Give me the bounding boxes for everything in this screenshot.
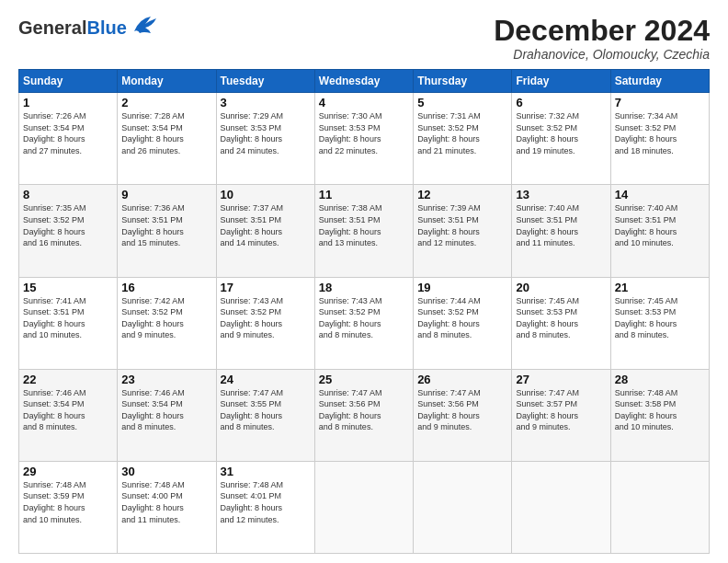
day-info: Sunrise: 7:31 AMSunset: 3:52 PMDaylight:… [417,110,507,156]
day-number: 26 [417,373,507,386]
calendar-week-row: 22Sunrise: 7:46 AMSunset: 3:54 PMDayligh… [19,369,710,461]
day-info: Sunrise: 7:45 AMSunset: 3:53 PMDaylight:… [516,295,606,341]
calendar-week-row: 15Sunrise: 7:41 AMSunset: 3:51 PMDayligh… [19,277,710,369]
calendar-day-cell: 29Sunrise: 7:48 AMSunset: 3:59 PMDayligh… [19,461,118,553]
logo-blue: Blue [86,17,126,38]
day-info: Sunrise: 7:48 AMSunset: 4:00 PMDaylight:… [121,479,211,525]
day-info: Sunrise: 7:37 AMSunset: 3:51 PMDaylight:… [221,202,311,248]
day-of-week-header: Thursday [414,70,512,93]
calendar-day-cell: 3Sunrise: 7:29 AMSunset: 3:53 PMDaylight… [216,93,314,185]
day-number: 31 [221,465,311,478]
day-number: 22 [23,373,113,386]
day-info: Sunrise: 7:46 AMSunset: 3:54 PMDaylight:… [23,387,113,433]
day-number: 28 [615,373,705,386]
calendar-day-cell: 30Sunrise: 7:48 AMSunset: 4:00 PMDayligh… [118,461,216,553]
day-number: 21 [615,281,705,294]
calendar-day-cell: 7Sunrise: 7:34 AMSunset: 3:52 PMDaylight… [610,93,709,185]
day-info: Sunrise: 7:47 AMSunset: 3:55 PMDaylight:… [221,387,311,433]
day-info: Sunrise: 7:28 AMSunset: 3:54 PMDaylight:… [121,110,211,156]
day-info: Sunrise: 7:35 AMSunset: 3:52 PMDaylight:… [23,202,113,248]
day-number: 14 [615,188,705,201]
day-info: Sunrise: 7:36 AMSunset: 3:51 PMDaylight:… [121,202,211,248]
calendar-day-cell: 28Sunrise: 7:48 AMSunset: 3:58 PMDayligh… [610,369,709,461]
day-info: Sunrise: 7:45 AMSunset: 3:53 PMDaylight:… [615,295,705,341]
calendar-day-cell [512,461,610,553]
calendar-day-cell: 11Sunrise: 7:38 AMSunset: 3:51 PMDayligh… [314,185,413,277]
day-number: 1 [23,96,113,109]
day-number: 24 [221,373,311,386]
month-title: December 2024 [494,15,710,47]
day-number: 13 [516,188,606,201]
day-info: Sunrise: 7:29 AMSunset: 3:53 PMDaylight:… [221,110,311,156]
day-of-week-header: Friday [512,70,610,93]
calendar-day-cell: 15Sunrise: 7:41 AMSunset: 3:51 PMDayligh… [19,277,118,369]
day-number: 25 [319,373,409,386]
day-of-week-header: Wednesday [314,70,413,93]
day-number: 9 [121,188,211,201]
page: GeneralBlue December 2024 Drahanovice, O… [0,0,728,563]
day-info: Sunrise: 7:42 AMSunset: 3:52 PMDaylight:… [121,295,211,341]
calendar-day-cell: 5Sunrise: 7:31 AMSunset: 3:52 PMDaylight… [414,93,512,185]
calendar-table: SundayMondayTuesdayWednesdayThursdayFrid… [18,69,710,554]
day-number: 30 [121,465,211,478]
calendar-day-cell: 20Sunrise: 7:45 AMSunset: 3:53 PMDayligh… [512,277,610,369]
calendar-day-cell: 26Sunrise: 7:47 AMSunset: 3:56 PMDayligh… [414,369,512,461]
calendar-day-cell: 23Sunrise: 7:46 AMSunset: 3:54 PMDayligh… [118,369,216,461]
day-of-week-header: Sunday [19,70,118,93]
calendar-day-cell: 24Sunrise: 7:47 AMSunset: 3:55 PMDayligh… [216,369,314,461]
day-info: Sunrise: 7:30 AMSunset: 3:53 PMDaylight:… [319,110,409,156]
day-info: Sunrise: 7:47 AMSunset: 3:57 PMDaylight:… [516,387,606,433]
day-number: 16 [121,281,211,294]
calendar-week-row: 8Sunrise: 7:35 AMSunset: 3:52 PMDaylight… [19,185,710,277]
logo: GeneralBlue [18,15,158,40]
day-number: 8 [23,188,113,201]
calendar-day-cell: 16Sunrise: 7:42 AMSunset: 3:52 PMDayligh… [118,277,216,369]
calendar-day-cell: 2Sunrise: 7:28 AMSunset: 3:54 PMDaylight… [118,93,216,185]
day-number: 23 [121,373,211,386]
calendar-day-cell: 6Sunrise: 7:32 AMSunset: 3:52 PMDaylight… [512,93,610,185]
calendar-day-cell [610,461,709,553]
day-of-week-header: Monday [118,70,216,93]
calendar-day-cell: 21Sunrise: 7:45 AMSunset: 3:53 PMDayligh… [610,277,709,369]
day-info: Sunrise: 7:47 AMSunset: 3:56 PMDaylight:… [319,387,409,433]
day-number: 27 [516,373,606,386]
day-number: 20 [516,281,606,294]
calendar-day-cell [414,461,512,553]
day-info: Sunrise: 7:32 AMSunset: 3:52 PMDaylight:… [516,110,606,156]
day-info: Sunrise: 7:40 AMSunset: 3:51 PMDaylight:… [615,202,705,248]
logo-text: GeneralBlue [18,18,127,37]
header: GeneralBlue December 2024 Drahanovice, O… [18,15,710,62]
calendar-day-cell: 9Sunrise: 7:36 AMSunset: 3:51 PMDaylight… [118,185,216,277]
day-info: Sunrise: 7:48 AMSunset: 4:01 PMDaylight:… [221,479,311,525]
logo-general: General [18,17,86,38]
day-number: 18 [319,281,409,294]
calendar-day-cell: 10Sunrise: 7:37 AMSunset: 3:51 PMDayligh… [216,185,314,277]
day-info: Sunrise: 7:48 AMSunset: 3:59 PMDaylight:… [23,479,113,525]
day-number: 7 [615,96,705,109]
day-info: Sunrise: 7:44 AMSunset: 3:52 PMDaylight:… [417,295,507,341]
day-info: Sunrise: 7:41 AMSunset: 3:51 PMDaylight:… [23,295,113,341]
day-number: 11 [319,188,409,201]
calendar-day-cell: 1Sunrise: 7:26 AMSunset: 3:54 PMDaylight… [19,93,118,185]
day-info: Sunrise: 7:48 AMSunset: 3:58 PMDaylight:… [615,387,705,433]
day-info: Sunrise: 7:34 AMSunset: 3:52 PMDaylight:… [615,110,705,156]
day-of-week-header: Tuesday [216,70,314,93]
day-number: 5 [417,96,507,109]
day-info: Sunrise: 7:43 AMSunset: 3:52 PMDaylight:… [319,295,409,341]
calendar-week-row: 29Sunrise: 7:48 AMSunset: 3:59 PMDayligh… [19,461,710,553]
day-info: Sunrise: 7:26 AMSunset: 3:54 PMDaylight:… [23,110,113,156]
day-number: 29 [23,465,113,478]
calendar-day-cell: 27Sunrise: 7:47 AMSunset: 3:57 PMDayligh… [512,369,610,461]
day-info: Sunrise: 7:47 AMSunset: 3:56 PMDaylight:… [417,387,507,433]
day-info: Sunrise: 7:46 AMSunset: 3:54 PMDaylight:… [121,387,211,433]
day-info: Sunrise: 7:40 AMSunset: 3:51 PMDaylight:… [516,202,606,248]
calendar-day-cell: 17Sunrise: 7:43 AMSunset: 3:52 PMDayligh… [216,277,314,369]
day-number: 3 [221,96,311,109]
calendar-day-cell: 4Sunrise: 7:30 AMSunset: 3:53 PMDaylight… [314,93,413,185]
day-number: 2 [121,96,211,109]
day-info: Sunrise: 7:43 AMSunset: 3:52 PMDaylight:… [221,295,311,341]
day-number: 6 [516,96,606,109]
day-of-week-header: Saturday [610,70,709,93]
day-number: 19 [417,281,507,294]
day-number: 12 [417,188,507,201]
